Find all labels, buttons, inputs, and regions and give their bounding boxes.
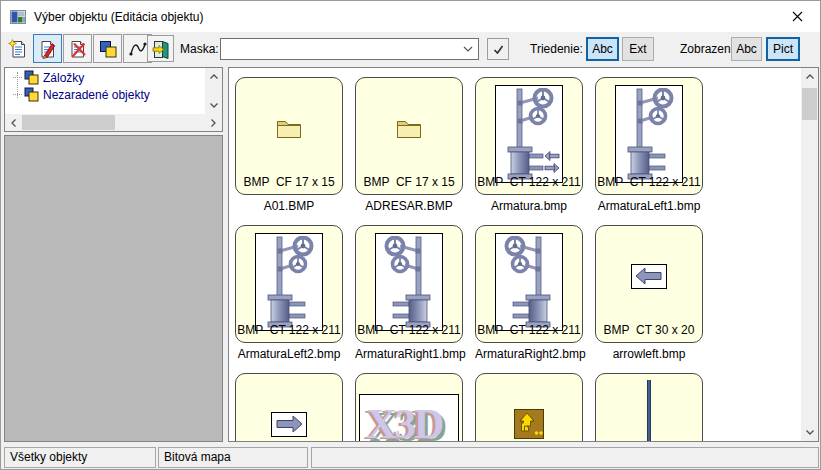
arrow-left-thumbnail <box>596 226 702 326</box>
tree-horizontal-scrollbar[interactable] <box>5 114 222 131</box>
object-cell: BMP CT 122 x 211Armatura.bmp <box>475 77 583 213</box>
combo-dropdown-icon[interactable] <box>458 39 478 59</box>
tree-vertical-scrollbar[interactable] <box>205 68 222 114</box>
new-object-button[interactable] <box>3 34 32 63</box>
arrow-right-thumbnail <box>236 374 342 442</box>
tree-connector <box>13 94 22 95</box>
view-abc-button[interactable]: Abc <box>731 37 762 61</box>
folder-icon <box>276 118 302 139</box>
scroll-up-button[interactable] <box>205 68 222 85</box>
object-filename: ArmaturaRight2.bmp <box>475 347 583 361</box>
object-cell: BMP CT 30 x 20arrowleft.bmp <box>595 225 703 361</box>
valve-mirrored-image <box>495 233 563 331</box>
up-dir-thumbnail <box>476 374 582 442</box>
new-document-icon <box>8 39 28 59</box>
chevron-down-icon <box>805 429 815 436</box>
object-filename: A01.BMP <box>235 199 343 213</box>
object-filename: ArmaturaLeft2.bmp <box>235 347 343 361</box>
object-card[interactable]: BMP CT 122 x 211 <box>475 77 583 195</box>
close-button[interactable] <box>775 1 820 31</box>
scroll-down-button[interactable] <box>205 97 222 114</box>
object-card[interactable]: BMP CT 122 x 211 <box>475 225 583 343</box>
scroll-right-button[interactable] <box>205 114 222 131</box>
folder-thumbnail <box>236 78 342 178</box>
object-card[interactable]: BMP CF 17 x 15 <box>235 77 343 195</box>
apply-mask-button[interactable] <box>487 38 509 60</box>
vertical-line-image <box>647 380 651 442</box>
object-meta: BMP CF 17 x 15 <box>236 175 342 189</box>
mask-label: Maska: <box>180 32 219 65</box>
x3d-thumbnail: X3D.. <box>356 374 462 442</box>
armatura-arrows-thumbnail <box>476 78 582 190</box>
object-filename: Armatura.bmp <box>475 199 583 213</box>
object-cell: BMP CF 17 x 15ADRESAR.BMP <box>355 77 463 213</box>
sort-label: Triedenie: <box>530 32 583 65</box>
object-filename: arrowleft.bmp <box>595 347 703 361</box>
object-card[interactable]: BMP CT 122 x 211 <box>235 225 343 343</box>
object-card[interactable] <box>475 373 583 442</box>
armatura-thumbnail <box>596 78 702 190</box>
app-icon <box>10 9 26 25</box>
edit-object-button[interactable] <box>33 34 62 63</box>
object-squares-icon <box>98 39 118 59</box>
tree-connector <box>13 77 22 78</box>
mask-combobox[interactable] <box>220 38 479 60</box>
bookmarks-tree: Záložky Nezaradené objekty <box>5 68 205 114</box>
exit-button[interactable] <box>147 35 174 62</box>
object-select-dialog: Výber objektu (Editácia objektu) <box>0 0 821 470</box>
edit-document-icon <box>38 39 58 59</box>
status-section-objects: Všetky objekty <box>4 447 156 468</box>
delete-object-button[interactable] <box>63 34 92 63</box>
preview-panel <box>4 135 223 442</box>
scrollbar-thumb[interactable] <box>22 115 115 130</box>
object-filename: ArmaturaLeft1.bmp <box>595 199 703 213</box>
armatura-thumbnail <box>236 226 342 338</box>
armatura-mirror-thumbnail <box>476 226 582 338</box>
up-directory-icon <box>514 409 544 439</box>
object-tool-button[interactable] <box>93 34 122 63</box>
object-card[interactable]: BMP CT 30 x 20 <box>595 225 703 343</box>
object-card[interactable] <box>595 373 703 442</box>
object-cell: BMP CT 122 x 211ArmaturaRight1.bmp <box>355 225 463 361</box>
object-meta: BMP CF 17 x 15 <box>356 175 462 189</box>
folder-icon <box>396 118 422 139</box>
object-card[interactable]: X3D.. <box>355 373 463 442</box>
window-title: Výber objektu (Editácia objektu) <box>34 10 203 24</box>
status-bar: Všetky objekty Bitová mapa <box>1 444 820 470</box>
tree-item-unsorted-objects[interactable]: Nezaradené objekty <box>5 86 205 103</box>
object-list-panel: BMP CF 17 x 15A01.BMP BMP CF 17 x 15ADRE… <box>228 67 819 442</box>
object-grid: BMP CF 17 x 15A01.BMP BMP CF 17 x 15ADRE… <box>229 68 801 441</box>
valve-arrows-image <box>495 85 563 183</box>
object-meta: BMP CT 122 x 211 <box>356 323 462 337</box>
grid-vertical-scrollbar[interactable] <box>801 68 818 441</box>
object-card[interactable]: BMP CT 122 x 211 <box>595 77 703 195</box>
object-card[interactable]: BMP CT 122 x 211 <box>355 225 463 343</box>
scrollbar-thumb[interactable] <box>802 88 817 120</box>
chevron-left-icon <box>10 118 17 128</box>
chevron-down-icon <box>209 102 219 109</box>
object-cell <box>235 373 343 442</box>
object-squares-icon <box>24 70 39 85</box>
vline-thumbnail <box>596 374 702 442</box>
object-filename: ArmaturaRight1.bmp <box>355 347 463 361</box>
scroll-up-button[interactable] <box>801 68 818 85</box>
folder-thumbnail <box>356 78 462 178</box>
sort-abc-button[interactable]: Abc <box>586 37 619 61</box>
tree-item-bookmarks[interactable]: Záložky <box>5 69 205 86</box>
object-squares-icon <box>24 87 39 102</box>
object-cell <box>475 373 583 442</box>
object-card[interactable]: BMP CF 17 x 15 <box>355 77 463 195</box>
view-pict-button[interactable]: Pict <box>766 37 800 61</box>
scroll-down-button[interactable] <box>801 424 818 441</box>
tree-item-label: Záložky <box>43 71 84 85</box>
tree-item-label: Nezaradené objekty <box>43 88 150 102</box>
object-cell: BMP CT 122 x 211ArmaturaLeft1.bmp <box>595 77 703 213</box>
object-cell: BMP CT 122 x 211ArmaturaLeft2.bmp <box>235 225 343 361</box>
status-section-type: Bitová mapa <box>158 447 308 468</box>
sort-ext-button[interactable]: Ext <box>622 37 654 61</box>
titlebar: Výber objektu (Editácia objektu) <box>1 1 820 32</box>
scroll-left-button[interactable] <box>5 114 22 131</box>
mask-input[interactable] <box>221 40 458 58</box>
object-cell: X3D.. <box>355 373 463 442</box>
object-card[interactable] <box>235 373 343 442</box>
